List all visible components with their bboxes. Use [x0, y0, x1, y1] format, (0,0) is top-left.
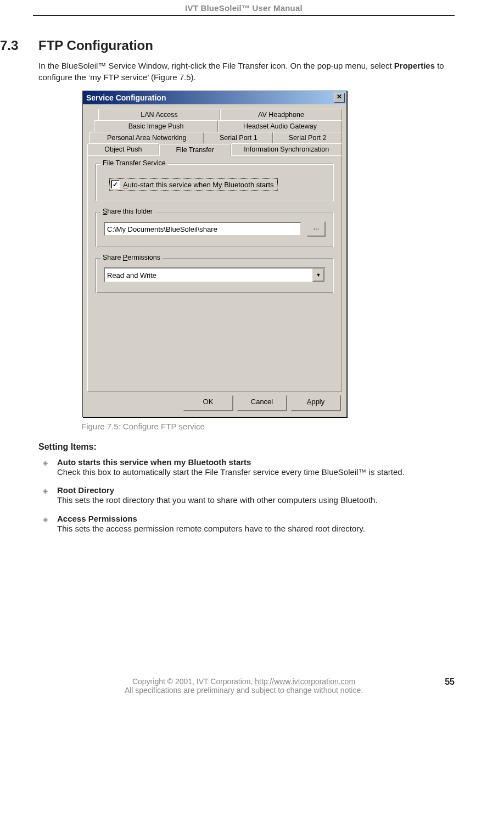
item-body: Check this box to automatically start th… — [57, 467, 405, 478]
item-title: Auto starts this service when my Bluetoo… — [57, 457, 405, 467]
section-number: 7.3 — [0, 38, 38, 53]
tab-object-push[interactable]: Object Push — [87, 143, 159, 155]
tab-serial-1[interactable]: Serial Port 1 — [204, 132, 273, 143]
intro-text-1: In the BlueSoleil™ Service Window, right… — [38, 61, 394, 70]
tab-serial-2[interactable]: Serial Port 2 — [273, 132, 342, 143]
section-title: FTP Configuration — [38, 38, 153, 53]
footer-disclaimer: All specifications are preliminary and s… — [33, 686, 455, 695]
ok-button[interactable]: OK — [183, 395, 233, 411]
bullet-icon: ◈ — [43, 514, 49, 534]
settings-heading: Setting Items: — [38, 442, 455, 452]
section-heading: 7.3 FTP Configuration — [0, 38, 455, 53]
chevron-down-icon[interactable]: ▼ — [312, 269, 324, 282]
permissions-combo[interactable]: Read and Write ▼ — [104, 267, 326, 283]
copyright-text: Copyright © 2001, IVT Corporation, — [132, 677, 255, 686]
autostart-checkbox[interactable]: ✓ — [111, 180, 120, 189]
item-body: This sets the root directory that you wa… — [57, 495, 378, 506]
tab-panel: File Transfer Service ✓ Auto-start this … — [87, 155, 342, 391]
list-item: ◈ Root Directory This sets the root dire… — [43, 485, 455, 506]
cancel-button[interactable]: Cancel — [237, 395, 287, 411]
permissions-value: Read and Write — [105, 269, 312, 282]
figure-caption: Figure 7.5: Configure FTP service — [81, 422, 455, 431]
group-share-folder: Share this folder C:\My Documents\BlueSo… — [96, 212, 334, 247]
service-config-dialog: Service Configuration ✕ LAN Access AV He… — [82, 91, 347, 417]
tab-basic-image-push[interactable]: Basic Image Push — [94, 120, 218, 132]
settings-list: ◈ Auto starts this service when my Bluet… — [43, 457, 455, 534]
tab-file-transfer[interactable]: File Transfer — [159, 144, 231, 156]
apply-button[interactable]: Apply — [290, 395, 341, 411]
page-footer: Copyright © 2001, IVT Corporation, http:… — [0, 677, 488, 706]
share-legend: Share this folder — [100, 208, 155, 215]
dialog-titlebar: Service Configuration ✕ — [83, 91, 346, 104]
item-body: This sets the access permission remote c… — [57, 523, 365, 534]
close-button[interactable]: ✕ — [334, 93, 345, 103]
bullet-icon: ◈ — [43, 485, 49, 506]
group-file-transfer-service: File Transfer Service ✓ Auto-start this … — [96, 164, 334, 201]
footer-link[interactable]: http://www.ivtcorporation.com — [255, 677, 355, 686]
dialog-buttons: OK Cancel Apply — [87, 391, 342, 412]
intro-paragraph: In the BlueSoleil™ Service Window, right… — [38, 60, 455, 83]
tab-lan-access[interactable]: LAN Access — [98, 109, 220, 120]
item-title: Root Directory — [57, 485, 378, 495]
dialog-body: LAN Access AV Headphone Basic Image Push… — [83, 104, 346, 417]
intro-bold: Properties — [394, 61, 435, 70]
tab-info-sync[interactable]: Information Synchronization — [231, 143, 342, 155]
perm-legend: Share Permissions — [100, 254, 163, 261]
share-folder-input[interactable]: C:\My Documents\BlueSoleil\share — [104, 222, 301, 236]
tabs-container: LAN Access AV Headphone Basic Image Push… — [87, 109, 342, 155]
tab-pan[interactable]: Personal Area Networking — [89, 132, 204, 143]
page-number: 55 — [445, 677, 455, 687]
bullet-icon: ◈ — [43, 457, 49, 478]
autostart-label: Auto-start this service when My Bluetoot… — [123, 181, 274, 189]
autostart-row[interactable]: ✓ Auto-start this service when My Blueto… — [109, 178, 278, 191]
group-share-permissions: Share Permissions Read and Write ▼ — [96, 258, 334, 293]
list-item: ◈ Auto starts this service when my Bluet… — [43, 457, 455, 478]
list-item: ◈ Access Permissions This sets the acces… — [43, 514, 455, 534]
group-main-legend: File Transfer Service — [100, 159, 168, 167]
dialog-title: Service Configuration — [86, 93, 334, 102]
doc-header: IVT BlueSoleil™ User Manual — [0, 0, 488, 15]
item-title: Access Permissions — [57, 514, 365, 523]
tab-headset-audio-gateway[interactable]: Headset Audio Gateway — [218, 120, 342, 132]
tab-av-headphone[interactable]: AV Headphone — [220, 109, 342, 120]
browse-button[interactable]: ... — [307, 221, 326, 237]
